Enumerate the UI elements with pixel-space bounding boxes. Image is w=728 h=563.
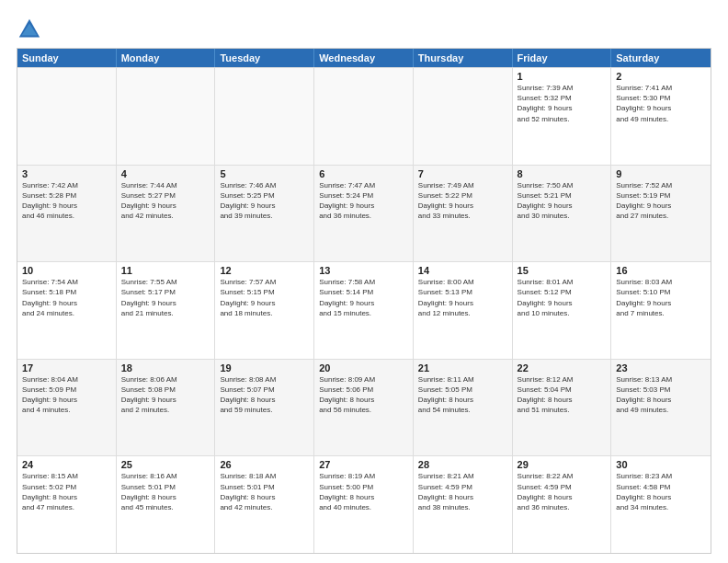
header-day-friday: Friday bbox=[513, 49, 612, 67]
header-day-sunday: Sunday bbox=[17, 49, 117, 67]
calendar-cell-14: 14Sunrise: 8:00 AM Sunset: 5:13 PM Dayli… bbox=[414, 262, 513, 359]
day-info: Sunrise: 7:46 AM Sunset: 5:25 PM Dayligh… bbox=[220, 180, 309, 222]
calendar-cell-25: 25Sunrise: 8:16 AM Sunset: 5:01 PM Dayli… bbox=[117, 456, 216, 553]
calendar-cell-18: 18Sunrise: 8:06 AM Sunset: 5:08 PM Dayli… bbox=[117, 360, 216, 456]
calendar-row-1: 1Sunrise: 7:39 AM Sunset: 5:32 PM Daylig… bbox=[17, 67, 711, 165]
calendar-cell-30: 30Sunrise: 8:23 AM Sunset: 4:58 PM Dayli… bbox=[611, 456, 711, 553]
day-info: Sunrise: 8:09 AM Sunset: 5:06 PM Dayligh… bbox=[319, 374, 408, 416]
calendar-row-5: 24Sunrise: 8:15 AM Sunset: 5:02 PM Dayli… bbox=[17, 455, 711, 553]
day-number: 20 bbox=[319, 362, 408, 373]
day-number: 8 bbox=[518, 168, 607, 179]
day-number: 9 bbox=[616, 168, 706, 179]
calendar-cell-28: 28Sunrise: 8:21 AM Sunset: 4:59 PM Dayli… bbox=[414, 456, 513, 553]
calendar-row-3: 10Sunrise: 7:54 AM Sunset: 5:18 PM Dayli… bbox=[17, 261, 711, 359]
day-number: 28 bbox=[418, 459, 507, 470]
page: SundayMondayTuesdayWednesdayThursdayFrid… bbox=[0, 0, 728, 563]
logo-icon bbox=[17, 17, 42, 42]
day-number: 27 bbox=[319, 459, 408, 470]
day-number: 12 bbox=[220, 265, 309, 276]
calendar-cell-27: 27Sunrise: 8:19 AM Sunset: 5:00 PM Dayli… bbox=[314, 456, 414, 553]
day-info: Sunrise: 7:49 AM Sunset: 5:22 PM Dayligh… bbox=[418, 180, 507, 222]
header-day-tuesday: Tuesday bbox=[215, 49, 314, 67]
calendar-row-4: 17Sunrise: 8:04 AM Sunset: 5:09 PM Dayli… bbox=[17, 359, 711, 456]
calendar-cell-24: 24Sunrise: 8:15 AM Sunset: 5:02 PM Dayli… bbox=[17, 456, 117, 553]
calendar-row-2: 3Sunrise: 7:42 AM Sunset: 5:28 PM Daylig… bbox=[17, 165, 711, 262]
day-number: 17 bbox=[22, 362, 111, 373]
day-number: 26 bbox=[220, 459, 309, 470]
header bbox=[17, 17, 711, 42]
day-info: Sunrise: 8:16 AM Sunset: 5:01 PM Dayligh… bbox=[121, 471, 210, 512]
day-info: Sunrise: 7:55 AM Sunset: 5:17 PM Dayligh… bbox=[121, 277, 210, 318]
day-info: Sunrise: 8:12 AM Sunset: 5:04 PM Dayligh… bbox=[518, 374, 607, 416]
calendar-cell-26: 26Sunrise: 8:18 AM Sunset: 5:01 PM Dayli… bbox=[215, 456, 314, 553]
day-number: 1 bbox=[518, 71, 607, 82]
calendar-cell-23: 23Sunrise: 8:13 AM Sunset: 5:03 PM Dayli… bbox=[611, 360, 711, 456]
day-number: 10 bbox=[22, 265, 111, 276]
calendar-cell-7: 7Sunrise: 7:49 AM Sunset: 5:22 PM Daylig… bbox=[414, 166, 513, 262]
day-number: 4 bbox=[121, 168, 210, 179]
calendar-cell-empty-4 bbox=[414, 68, 513, 165]
calendar-cell-empty-0 bbox=[17, 68, 117, 165]
calendar-cell-4: 4Sunrise: 7:44 AM Sunset: 5:27 PM Daylig… bbox=[117, 166, 216, 262]
day-number: 22 bbox=[518, 362, 607, 373]
day-info: Sunrise: 7:58 AM Sunset: 5:14 PM Dayligh… bbox=[319, 277, 408, 318]
day-info: Sunrise: 8:11 AM Sunset: 5:05 PM Dayligh… bbox=[418, 374, 507, 416]
header-day-saturday: Saturday bbox=[611, 49, 711, 67]
day-info: Sunrise: 8:03 AM Sunset: 5:10 PM Dayligh… bbox=[616, 277, 706, 318]
calendar-cell-9: 9Sunrise: 7:52 AM Sunset: 5:19 PM Daylig… bbox=[611, 166, 711, 262]
day-info: Sunrise: 7:39 AM Sunset: 5:32 PM Dayligh… bbox=[518, 83, 607, 124]
calendar-cell-2: 2Sunrise: 7:41 AM Sunset: 5:30 PM Daylig… bbox=[611, 68, 711, 165]
calendar-cell-13: 13Sunrise: 7:58 AM Sunset: 5:14 PM Dayli… bbox=[314, 262, 414, 359]
header-day-monday: Monday bbox=[117, 49, 216, 67]
calendar-cell-empty-2 bbox=[215, 68, 314, 165]
day-info: Sunrise: 7:47 AM Sunset: 5:24 PM Dayligh… bbox=[319, 180, 408, 222]
calendar-cell-12: 12Sunrise: 7:57 AM Sunset: 5:15 PM Dayli… bbox=[215, 262, 314, 359]
day-info: Sunrise: 8:01 AM Sunset: 5:12 PM Dayligh… bbox=[518, 277, 607, 318]
calendar-cell-22: 22Sunrise: 8:12 AM Sunset: 5:04 PM Dayli… bbox=[513, 360, 612, 456]
day-number: 18 bbox=[121, 362, 210, 373]
day-number: 24 bbox=[22, 459, 111, 470]
day-info: Sunrise: 8:15 AM Sunset: 5:02 PM Dayligh… bbox=[22, 471, 111, 512]
calendar-cell-6: 6Sunrise: 7:47 AM Sunset: 5:24 PM Daylig… bbox=[314, 166, 414, 262]
header-day-wednesday: Wednesday bbox=[314, 49, 414, 67]
day-info: Sunrise: 7:54 AM Sunset: 5:18 PM Dayligh… bbox=[22, 277, 111, 318]
calendar-header: SundayMondayTuesdayWednesdayThursdayFrid… bbox=[17, 49, 711, 67]
calendar-cell-empty-1 bbox=[117, 68, 216, 165]
header-day-thursday: Thursday bbox=[414, 49, 513, 67]
calendar-cell-19: 19Sunrise: 8:08 AM Sunset: 5:07 PM Dayli… bbox=[215, 360, 314, 456]
day-number: 23 bbox=[616, 362, 706, 373]
calendar: SundayMondayTuesdayWednesdayThursdayFrid… bbox=[17, 48, 711, 554]
day-number: 14 bbox=[418, 265, 507, 276]
day-number: 30 bbox=[616, 459, 706, 470]
calendar-cell-5: 5Sunrise: 7:46 AM Sunset: 5:25 PM Daylig… bbox=[215, 166, 314, 262]
calendar-cell-21: 21Sunrise: 8:11 AM Sunset: 5:05 PM Dayli… bbox=[414, 360, 513, 456]
calendar-cell-8: 8Sunrise: 7:50 AM Sunset: 5:21 PM Daylig… bbox=[513, 166, 612, 262]
day-info: Sunrise: 7:50 AM Sunset: 5:21 PM Dayligh… bbox=[518, 180, 607, 222]
calendar-cell-1: 1Sunrise: 7:39 AM Sunset: 5:32 PM Daylig… bbox=[513, 68, 612, 165]
day-number: 15 bbox=[518, 265, 607, 276]
day-info: Sunrise: 8:22 AM Sunset: 4:59 PM Dayligh… bbox=[518, 471, 607, 512]
day-number: 7 bbox=[418, 168, 507, 179]
day-info: Sunrise: 8:08 AM Sunset: 5:07 PM Dayligh… bbox=[220, 374, 309, 416]
day-info: Sunrise: 8:13 AM Sunset: 5:03 PM Dayligh… bbox=[616, 374, 706, 416]
day-info: Sunrise: 8:06 AM Sunset: 5:08 PM Dayligh… bbox=[121, 374, 210, 416]
day-number: 25 bbox=[121, 459, 210, 470]
day-info: Sunrise: 7:57 AM Sunset: 5:15 PM Dayligh… bbox=[220, 277, 309, 318]
day-info: Sunrise: 7:44 AM Sunset: 5:27 PM Dayligh… bbox=[121, 180, 210, 222]
day-info: Sunrise: 8:00 AM Sunset: 5:13 PM Dayligh… bbox=[418, 277, 507, 318]
calendar-cell-3: 3Sunrise: 7:42 AM Sunset: 5:28 PM Daylig… bbox=[17, 166, 117, 262]
calendar-cell-17: 17Sunrise: 8:04 AM Sunset: 5:09 PM Dayli… bbox=[17, 360, 117, 456]
day-info: Sunrise: 7:42 AM Sunset: 5:28 PM Dayligh… bbox=[22, 180, 111, 222]
day-number: 21 bbox=[418, 362, 507, 373]
day-info: Sunrise: 8:23 AM Sunset: 4:58 PM Dayligh… bbox=[616, 471, 706, 512]
calendar-cell-20: 20Sunrise: 8:09 AM Sunset: 5:06 PM Dayli… bbox=[314, 360, 414, 456]
calendar-body: 1Sunrise: 7:39 AM Sunset: 5:32 PM Daylig… bbox=[17, 67, 711, 553]
day-info: Sunrise: 8:21 AM Sunset: 4:59 PM Dayligh… bbox=[418, 471, 507, 512]
day-number: 3 bbox=[22, 168, 111, 179]
calendar-cell-11: 11Sunrise: 7:55 AM Sunset: 5:17 PM Dayli… bbox=[117, 262, 216, 359]
day-number: 19 bbox=[220, 362, 309, 373]
day-number: 29 bbox=[518, 459, 607, 470]
calendar-cell-15: 15Sunrise: 8:01 AM Sunset: 5:12 PM Dayli… bbox=[513, 262, 612, 359]
day-info: Sunrise: 7:41 AM Sunset: 5:30 PM Dayligh… bbox=[616, 83, 706, 124]
day-info: Sunrise: 7:52 AM Sunset: 5:19 PM Dayligh… bbox=[616, 180, 706, 222]
